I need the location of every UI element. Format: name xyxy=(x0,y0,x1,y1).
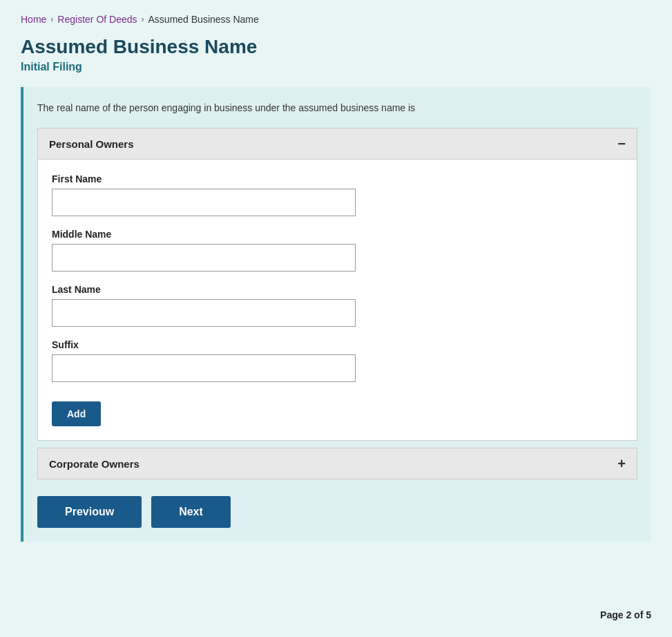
breadcrumb-sep-1: › xyxy=(50,15,53,24)
next-button[interactable]: Next xyxy=(151,496,231,528)
personal-owners-panel: Personal Owners − First Name Middle Name… xyxy=(37,128,637,441)
last-name-group: Last Name xyxy=(52,284,623,327)
first-name-input[interactable] xyxy=(52,189,356,216)
nav-buttons: Previouw Next xyxy=(37,496,637,528)
middle-name-group: Middle Name xyxy=(52,229,623,272)
breadcrumb-home[interactable]: Home xyxy=(21,14,46,25)
page-subtitle: Initial Filing xyxy=(21,61,651,73)
middle-name-label: Middle Name xyxy=(52,229,623,240)
breadcrumb: Home › Register Of Deeds › Assumed Busin… xyxy=(21,14,651,25)
corporate-owners-panel: Corporate Owners + xyxy=(37,448,637,479)
corporate-owners-header[interactable]: Corporate Owners + xyxy=(38,448,637,479)
breadcrumb-current: Assumed Business Name xyxy=(148,14,259,25)
corporate-owners-title: Corporate Owners xyxy=(49,458,140,470)
page-indicator: Page 2 of 5 xyxy=(600,609,651,620)
corporate-owners-toggle-icon: + xyxy=(617,457,626,470)
personal-owners-header[interactable]: Personal Owners − xyxy=(38,129,637,159)
suffix-input[interactable] xyxy=(52,354,356,382)
personal-owners-toggle-icon: − xyxy=(617,137,626,151)
page-title: Assumed Business Name xyxy=(21,36,651,58)
personal-owners-title: Personal Owners xyxy=(49,138,134,150)
breadcrumb-sep-2: › xyxy=(142,15,144,24)
first-name-label: First Name xyxy=(52,173,623,184)
suffix-group: Suffix xyxy=(52,339,623,382)
breadcrumb-register[interactable]: Register Of Deeds xyxy=(57,14,137,25)
previous-button[interactable]: Previouw xyxy=(37,496,142,528)
personal-owners-body: First Name Middle Name Last Name Suffix xyxy=(38,159,637,440)
suffix-label: Suffix xyxy=(52,339,623,350)
first-name-group: First Name xyxy=(52,173,623,216)
main-content: The real name of the person engaging in … xyxy=(21,87,651,542)
middle-name-input[interactable] xyxy=(52,244,356,272)
add-button[interactable]: Add xyxy=(52,401,101,426)
last-name-input[interactable] xyxy=(52,299,356,327)
last-name-label: Last Name xyxy=(52,284,623,295)
description-text: The real name of the person engaging in … xyxy=(37,101,637,115)
